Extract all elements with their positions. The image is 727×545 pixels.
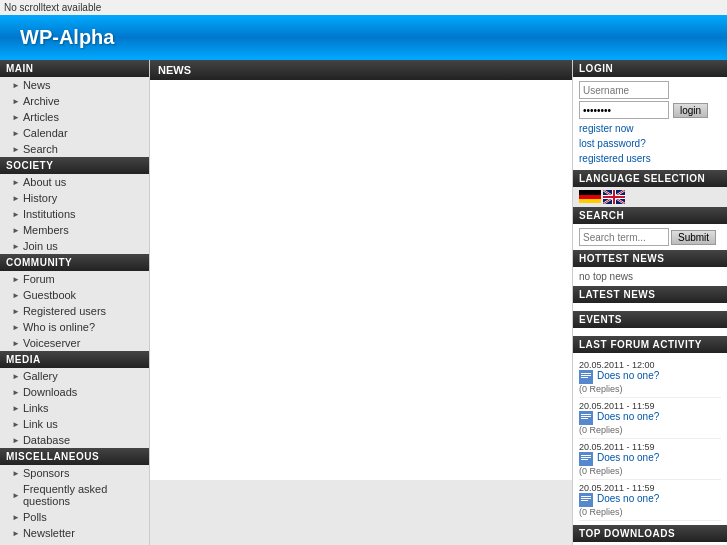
left-sidebar: MAIN ►News ►Archive ►Articles ►Calendar … — [0, 60, 150, 545]
arrow-icon: ► — [12, 178, 20, 187]
arrow-icon: ► — [12, 145, 20, 154]
sidebar-item-archive[interactable]: ►Archive — [0, 93, 149, 109]
sidebar-item-about[interactable]: ►About us — [0, 174, 149, 190]
sidebar-item-history[interactable]: ►History — [0, 190, 149, 206]
flag-de[interactable] — [579, 190, 601, 204]
search-box-row: Submit — [579, 228, 721, 246]
sidebar-item-database[interactable]: ►Database — [0, 432, 149, 448]
no-scroll-text: No scrolltext available — [0, 0, 727, 15]
forum-entry-row: Does no one? — [579, 493, 721, 507]
sidebar-item-sponsors[interactable]: ►Sponsors — [0, 465, 149, 481]
sidebar-item-who-online[interactable]: ►Who is online? — [0, 319, 149, 335]
svg-rect-19 — [581, 418, 588, 419]
sidebar-section-media: MEDIA — [0, 351, 149, 368]
svg-rect-18 — [581, 416, 591, 417]
svg-rect-2 — [579, 199, 601, 203]
svg-rect-15 — [581, 377, 588, 378]
svg-rect-21 — [581, 455, 591, 456]
lost-password-link[interactable]: lost password? — [579, 136, 721, 151]
sidebar-item-search[interactable]: ►Search — [0, 141, 149, 157]
password-input[interactable] — [579, 101, 669, 119]
gb-flag-icon — [603, 190, 625, 204]
forum-activity-header: LAST FORUM ACTIVITY — [573, 336, 727, 353]
registered-users-link[interactable]: registered users — [579, 151, 721, 166]
sidebar-item-news[interactable]: ►News — [0, 77, 149, 93]
arrow-icon: ► — [12, 275, 20, 284]
forum-date: 20.05.2011 - 11:59 — [579, 483, 721, 493]
svg-rect-23 — [581, 459, 588, 460]
flag-gb[interactable] — [603, 190, 625, 204]
main-layout: MAIN ►News ►Archive ►Articles ►Calendar … — [0, 60, 727, 545]
login-button[interactable]: login — [673, 103, 708, 118]
svg-rect-0 — [579, 190, 601, 195]
search-button[interactable]: Submit — [671, 230, 716, 245]
sidebar-item-articles[interactable]: ►Articles — [0, 109, 149, 125]
forum-entry: 20.05.2011 - 11:59 Does no one? (0 Repli… — [579, 439, 721, 480]
no-top-news-text: no top news — [579, 268, 633, 285]
arrow-icon: ► — [12, 339, 20, 348]
svg-rect-13 — [581, 373, 591, 374]
arrow-icon: ► — [12, 529, 20, 538]
sidebar-section-misc: MISCELLANEOUS — [0, 448, 149, 465]
sidebar-item-newsletter[interactable]: ►Newsletter — [0, 525, 149, 541]
arrow-icon: ► — [12, 81, 20, 90]
arrow-icon: ► — [12, 436, 20, 445]
arrow-icon: ► — [12, 420, 20, 429]
events-header: EVENTS — [573, 311, 727, 328]
sidebar-item-guestbook[interactable]: ►Guestbook — [0, 287, 149, 303]
sidebar-item-link-us[interactable]: ►Link us — [0, 416, 149, 432]
de-flag-icon — [579, 190, 601, 204]
sidebar-item-faq[interactable]: ►Frequently asked questions — [0, 481, 149, 509]
forum-entry: 20.05.2011 - 12:00 Does no one? (0 Repli… — [579, 357, 721, 398]
forum-post-link[interactable]: Does no one? — [597, 452, 659, 463]
login-section-body: login register now lost password? regist… — [573, 77, 727, 170]
sidebar-item-contact[interactable]: ►Contact — [0, 541, 149, 545]
svg-rect-25 — [581, 496, 591, 497]
sidebar-section-community: COMMUNITY — [0, 254, 149, 271]
arrow-icon: ► — [12, 404, 20, 413]
sidebar-item-forum[interactable]: ►Forum — [0, 271, 149, 287]
hottest-news-body: no top news — [573, 267, 727, 286]
sidebar-item-join[interactable]: ►Join us — [0, 238, 149, 254]
forum-activity-body: 20.05.2011 - 12:00 Does no one? (0 Repli… — [573, 353, 727, 525]
forum-post-link[interactable]: Does no one? — [597, 493, 659, 504]
arrow-icon: ► — [12, 372, 20, 381]
forum-post-icon — [579, 493, 593, 507]
forum-replies: (0 Replies) — [579, 466, 721, 476]
forum-post-link[interactable]: Does no one? — [597, 370, 659, 381]
sidebar-item-downloads[interactable]: ►Downloads — [0, 384, 149, 400]
forum-replies: (0 Replies) — [579, 425, 721, 435]
forum-entry-row: Does no one? — [579, 452, 721, 466]
forum-entry: 20.05.2011 - 11:59 Does no one? (0 Repli… — [579, 398, 721, 439]
center-content: NEWS — [150, 60, 572, 545]
latest-news-body — [573, 303, 727, 311]
site-title: WP-Alpha — [20, 26, 114, 49]
username-input[interactable] — [579, 81, 669, 99]
forum-replies: (0 Replies) — [579, 507, 721, 517]
forum-post-link[interactable]: Does no one? — [597, 411, 659, 422]
search-section-header: SEARCH — [573, 207, 727, 224]
login-password-row: login — [579, 101, 721, 119]
sidebar-item-voiceserver[interactable]: ►Voiceserver — [0, 335, 149, 351]
document-icon — [579, 370, 593, 384]
register-link[interactable]: register now — [579, 121, 721, 136]
latest-news-header: LATEST NEWS — [573, 286, 727, 303]
forum-entry: 20.05.2011 - 11:59 Does no one? (0 Repli… — [579, 480, 721, 521]
sidebar-item-registered-users[interactable]: ►Registered users — [0, 303, 149, 319]
arrow-icon: ► — [12, 469, 20, 478]
sidebar-item-institutions[interactable]: ►Institutions — [0, 206, 149, 222]
sidebar-item-polls[interactable]: ►Polls — [0, 509, 149, 525]
svg-rect-17 — [581, 414, 591, 415]
right-sidebar: LOGIN login register now lost password? … — [572, 60, 727, 545]
sidebar-item-members[interactable]: ►Members — [0, 222, 149, 238]
forum-date: 20.05.2011 - 11:59 — [579, 401, 721, 411]
search-input[interactable] — [579, 228, 669, 246]
sidebar-item-calendar[interactable]: ►Calendar — [0, 125, 149, 141]
language-section-header: LANGUAGE SELECTION — [573, 170, 727, 187]
sidebar-item-gallery[interactable]: ►Gallery — [0, 368, 149, 384]
arrow-icon: ► — [12, 129, 20, 138]
sidebar-item-links[interactable]: ►Links — [0, 400, 149, 416]
document-icon — [579, 493, 593, 507]
svg-rect-26 — [581, 498, 591, 499]
arrow-icon: ► — [12, 194, 20, 203]
